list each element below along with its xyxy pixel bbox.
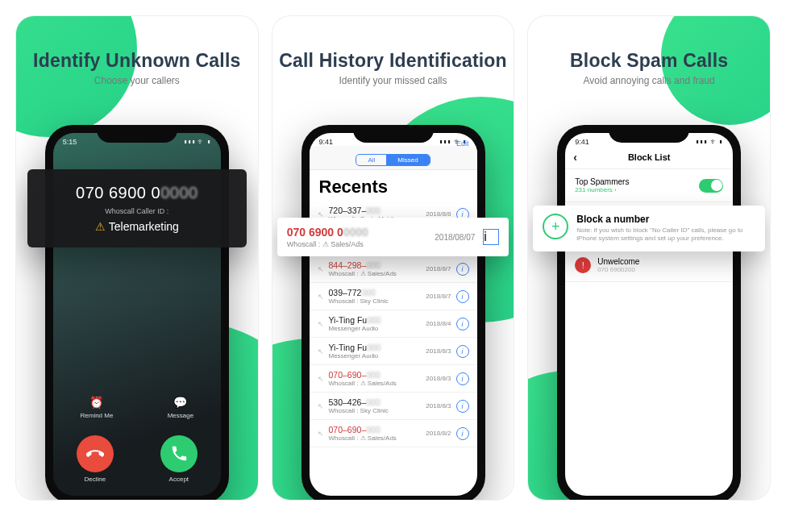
phone-mock: 9:41 ▮▮▮ ᯤ ▮ All Missed Edit Recents ↖72… (302, 125, 485, 500)
card-title: Block a number (576, 214, 755, 225)
edit-button[interactable]: Edit (456, 139, 469, 148)
caller-id-label: Whoscall Caller ID : (45, 207, 229, 215)
headline-subtitle: Avoid annoying calls and fraud (528, 75, 770, 86)
row-date: 2018/08/07 (435, 233, 475, 242)
block-number-card[interactable]: + Block a number Note: if you wish to bl… (533, 206, 765, 251)
outgoing-icon: ↖ (318, 320, 324, 328)
row-number: 720–337–000 (329, 206, 422, 215)
phone-notch (353, 125, 434, 143)
segment-missed[interactable]: Missed (386, 155, 429, 165)
promo-panel-history: Call History Identification Identify you… (272, 16, 514, 500)
headline-title: Identify Unknown Calls (16, 50, 258, 72)
info-icon[interactable]: i (456, 427, 469, 440)
row-date: 2018/8/8 (426, 210, 451, 218)
blocked-number-row[interactable]: ! Unwelcome 070 6900200 (565, 249, 733, 282)
recents-row[interactable]: ↖039–772000Whoscall : Sky Clinic2018/8/7… (310, 283, 477, 310)
info-icon[interactable]: i (456, 400, 469, 413)
row-number: Yi-Ting Fu000 (329, 315, 422, 325)
row-subtitle: Whoscall : ⚠ Sales/Ads (329, 380, 422, 387)
row-date: 2018/8/4 (426, 320, 451, 327)
outgoing-icon: ↖ (318, 293, 324, 301)
headline-subtitle: Identify your missed calls (272, 75, 514, 86)
row-number: 844–298–000 (329, 260, 422, 270)
headline-title: Block Spam Calls (528, 50, 770, 72)
row-number: 070 6900 00000 (287, 226, 435, 239)
caller-tag: ⚠Telemarketing (45, 220, 229, 233)
row-subtitle: Messenger Audio (329, 352, 422, 360)
add-icon[interactable]: + (543, 214, 568, 239)
remind-me-button[interactable]: ⏰ Remind Me (80, 396, 113, 419)
promo-panel-block: Block Spam Calls Avoid annoying calls an… (528, 16, 770, 500)
info-icon[interactable]: i (483, 229, 499, 245)
status-icons: ▮▮▮ ᯤ ▮ (696, 138, 723, 146)
top-spammers-row[interactable]: Top Spammers 231 numbers › (565, 169, 733, 202)
outgoing-icon: ↖ (318, 265, 324, 273)
caller-number: 070 6900 00000 (45, 184, 229, 202)
phone-notch (609, 125, 689, 143)
row-date: 2018/8/2 (426, 430, 451, 437)
masked-digits: 0000 (160, 184, 198, 202)
masked-digits: 0000 (343, 226, 368, 239)
accept-button[interactable]: Accept (160, 435, 198, 483)
status-time: 9:41 (319, 138, 334, 146)
row-subtitle: Messenger Audio (329, 325, 422, 332)
recents-title: Recents (310, 170, 477, 201)
row-number: 530–426–000 (329, 397, 422, 407)
nav-title: Block List (628, 152, 671, 162)
primary-call-actions: Decline Accept (53, 435, 221, 483)
row-date: 2018/8/3 (426, 402, 451, 409)
headline-title: Call History Identification (272, 50, 514, 72)
status-icons: ▮▮▮ ᯤ ▮ (184, 138, 211, 146)
block-list-screen: 9:41 ▮▮▮ ᯤ ▮ ‹ Block List Top Spammers 2… (565, 133, 733, 496)
alarm-icon: ⏰ (89, 396, 103, 409)
row-number: 039–772000 (329, 288, 422, 297)
info-icon[interactable]: i (456, 290, 469, 303)
row-title: Top Spammers (575, 177, 699, 186)
outgoing-icon: ↖ (318, 430, 324, 438)
row-subtitle: Whoscall : ⚠ Sales/Ads (287, 240, 435, 248)
message-icon: 💬 (173, 396, 187, 409)
segment-all[interactable]: All (356, 155, 386, 165)
row-date: 2018/8/3 (426, 375, 451, 382)
decline-button[interactable]: Decline (77, 435, 114, 483)
highlighted-call-row[interactable]: 070 6900 00000 Whoscall : ⚠ Sales/Ads 20… (277, 218, 509, 256)
row-title: Unwelcome (597, 257, 723, 266)
recents-row[interactable]: ↖530–426–000Whoscall : Sky Clinic2018/8/… (310, 393, 477, 420)
recents-row[interactable]: ↖Yi-Ting Fu000Messenger Audio2018/8/4i (310, 310, 477, 338)
row-subtitle: Whoscall : Sky Clinic (329, 297, 422, 305)
promo-panel-identify: Identify Unknown Calls Choose your calle… (16, 16, 258, 500)
row-date: 2018/8/7 (426, 293, 451, 300)
message-button[interactable]: 💬 Message (168, 396, 193, 419)
recents-row[interactable]: ↖844–298–000Whoscall : ⚠ Sales/Ads2018/8… (310, 256, 477, 283)
info-icon[interactable]: i (456, 263, 469, 276)
recents-row[interactable]: ↖070–690–000Whoscall : ⚠ Sales/Ads2018/8… (310, 420, 477, 447)
row-subtitle: Whoscall : Sky Clinic (329, 407, 422, 414)
segment-control[interactable]: All Missed (356, 154, 430, 166)
info-icon[interactable]: i (456, 372, 469, 385)
recents-row[interactable]: ↖070–690–000Whoscall : ⚠ Sales/Ads2018/8… (310, 365, 477, 393)
row-date: 2018/8/3 (426, 347, 451, 355)
alert-icon: ! (575, 257, 591, 273)
status-time: 9:41 (575, 138, 589, 146)
row-count: 231 numbers › (575, 186, 699, 193)
outgoing-icon: ↖ (318, 375, 324, 383)
recents-navbar: All Missed Edit (310, 146, 477, 170)
decline-icon (77, 435, 114, 472)
phone-mock: 9:41 ▮▮▮ ᯤ ▮ ‹ Block List Top Spammers 2… (557, 125, 741, 500)
outgoing-icon: ↖ (318, 210, 324, 218)
warning-icon: ⚠ (95, 220, 106, 233)
info-icon[interactable]: i (456, 318, 469, 330)
phone-notch (97, 125, 177, 143)
row-number: 070–690–000 (329, 425, 422, 434)
secondary-call-actions: ⏰ Remind Me 💬 Message (53, 396, 221, 419)
info-icon[interactable]: i (456, 345, 469, 358)
recents-screen: 9:41 ▮▮▮ ᯤ ▮ All Missed Edit Recents ↖72… (310, 133, 477, 496)
row-number: Yi-Ting Fu000 (329, 343, 422, 352)
back-button[interactable]: ‹ (573, 151, 577, 164)
card-note: Note: if you wish to block "No Caller ID… (576, 227, 755, 243)
headline: Block Spam Calls Avoid annoying calls an… (528, 16, 770, 86)
recents-row[interactable]: ↖Yi-Ting Fu000Messenger Audio2018/8/3i (310, 338, 477, 365)
row-subtitle: Whoscall : ⚠ Sales/Ads (329, 270, 422, 277)
row-subtitle: 070 6900200 (597, 266, 723, 273)
toggle-switch[interactable] (699, 179, 723, 193)
